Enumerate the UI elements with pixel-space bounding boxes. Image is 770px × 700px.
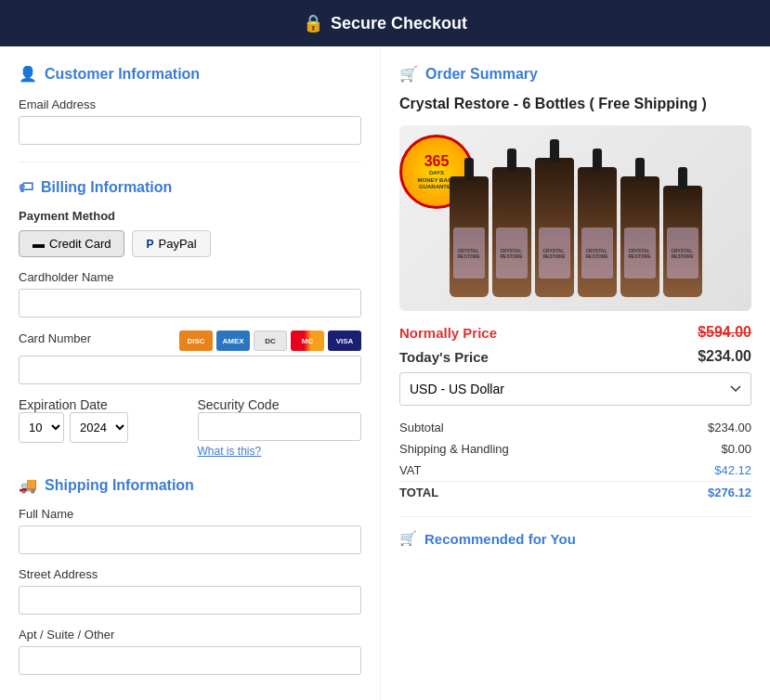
cardholder-group: Cardholder Name — [19, 270, 361, 318]
todays-price-row: Today's Price $234.00 — [399, 348, 751, 365]
discover-icon: DISC — [179, 331, 213, 351]
email-group: Email Address — [19, 97, 361, 145]
customer-section-title: 👤 Customer Information — [19, 65, 361, 83]
apt-label: Apt / Suite / Other — [19, 628, 361, 642]
card-number-group: Card Number DISC AMEX DC MC VISA — [19, 331, 361, 384]
recommended-section-title: 🛒 Recommended for You — [399, 516, 751, 547]
street-address-group: Street Address — [19, 567, 361, 615]
shipping-value: $0.00 — [651, 438, 751, 460]
expiry-month-select[interactable]: 10 01020304 05060708 091112 — [19, 412, 64, 443]
vat-label: VAT — [399, 460, 651, 482]
header-title: Secure Checkout — [331, 14, 467, 33]
mastercard-icon: MC — [291, 331, 324, 351]
bottle-3: CRYSTALRESTORE — [535, 158, 574, 297]
security-code-input[interactable] — [198, 412, 362, 441]
expiry-security-row: Expiration Date 10 01020304 05060708 091… — [19, 397, 361, 458]
normally-price-value: $594.00 — [698, 324, 751, 341]
bottle-1: CRYSTALRESTORE — [450, 176, 489, 297]
bottle-4: CRYSTALRESTORE — [578, 167, 617, 297]
bottle-5: CRYSTALRESTORE — [620, 176, 659, 297]
billing-section-title: 🏷 Billing Information — [19, 179, 361, 196]
product-title: Crystal Restore - 6 Bottles ( Free Shipp… — [399, 96, 751, 112]
shipping-row: Shipping & Handling $0.00 — [399, 438, 751, 460]
guarantee-days: 365 — [424, 152, 450, 170]
bottles-visual: CRYSTALRESTORE CRYSTALRESTORE CRYSTALRES… — [450, 139, 702, 297]
street-address-label: Street Address — [19, 567, 361, 581]
product-image: 365 DAYSMONEY BACKGUARANTEE CRYSTALRESTO… — [399, 125, 751, 311]
expiry-year-select[interactable]: 202420252026 2027202820292030 — [70, 412, 128, 443]
paypal-button[interactable]: P PayPal — [132, 230, 210, 257]
vat-value: $42.12 — [651, 460, 751, 482]
security-label: Security Code — [198, 397, 280, 412]
right-panel: 🛒 Order Summary Crystal Restore - 6 Bott… — [381, 46, 770, 700]
diners-icon: DC — [254, 331, 287, 351]
total-row: TOTAL $276.12 — [399, 482, 751, 504]
lock-icon: 🔒 — [303, 13, 323, 33]
card-number-label: Card Number — [19, 331, 91, 345]
card-number-input[interactable] — [19, 356, 361, 384]
subtotal-row: Subtotal $234.00 — [399, 417, 751, 438]
payment-buttons: ▬ Credit Card P PayPal — [19, 230, 361, 257]
checkout-header: 🔒 Secure Checkout — [0, 0, 770, 46]
order-summary-title: 🛒 Order Summary — [399, 65, 751, 83]
bottle-6: CRYSTALRESTORE — [663, 186, 702, 297]
street-address-input[interactable] — [19, 586, 361, 615]
credit-card-button[interactable]: ▬ Credit Card — [19, 230, 124, 257]
shipping-icon: 🚚 — [19, 476, 37, 494]
summary-table: Subtotal $234.00 Shipping & Handling $0.… — [399, 417, 751, 503]
order-cart-icon: 🛒 — [399, 65, 418, 83]
apt-input[interactable] — [19, 646, 361, 675]
divider-1 — [19, 162, 361, 162]
shipping-label: Shipping & Handling — [399, 438, 651, 460]
vat-row: VAT $42.12 — [399, 460, 751, 482]
payment-method-label: Payment Method — [19, 209, 361, 223]
normally-price-label: Normally Price — [399, 325, 497, 341]
what-is-this-link[interactable]: What is this? — [198, 445, 362, 458]
shipping-section-title: 🚚 Shipping Information — [19, 476, 361, 494]
full-name-group: Full Name — [19, 507, 361, 554]
amex-icon: AMEX — [216, 331, 250, 351]
paypal-label: PayPal — [158, 237, 196, 251]
subtotal-label: Subtotal — [399, 417, 651, 438]
security-group: Security Code What is this? — [198, 397, 362, 458]
apt-group: Apt / Suite / Other — [19, 628, 361, 675]
visa-icon: VISA — [328, 331, 361, 351]
todays-price-label: Today's Price — [399, 349, 489, 365]
normally-price-row: Normally Price $594.00 — [399, 324, 751, 341]
full-name-input[interactable] — [19, 525, 361, 554]
email-label: Email Address — [19, 97, 361, 111]
expiry-group: Expiration Date 10 01020304 05060708 091… — [19, 397, 183, 443]
customer-icon: 👤 — [19, 65, 37, 83]
bottle-2: CRYSTALRESTORE — [492, 167, 531, 297]
expiry-label: Expiration Date — [19, 397, 108, 412]
left-panel: 👤 Customer Information Email Address 🏷 B… — [0, 46, 381, 700]
card-icons: DISC AMEX DC MC VISA — [179, 331, 361, 351]
currency-select[interactable]: USD - US Dollar EUR - Euro GBP - British… — [399, 372, 751, 406]
todays-price-value: $234.00 — [698, 348, 751, 365]
email-input[interactable] — [19, 116, 361, 145]
paypal-icon: P — [146, 238, 153, 251]
cardholder-input[interactable] — [19, 289, 361, 318]
billing-icon: 🏷 — [19, 179, 33, 196]
subtotal-value: $234.00 — [651, 417, 751, 438]
full-name-label: Full Name — [19, 507, 361, 521]
expiry-selects: 10 01020304 05060708 091112 202420252026… — [19, 412, 183, 443]
total-label: TOTAL — [399, 482, 651, 504]
cardholder-label: Cardholder Name — [19, 270, 361, 284]
credit-card-label: Credit Card — [49, 237, 111, 251]
total-value: $276.12 — [651, 482, 751, 504]
recommended-icon: 🛒 — [399, 530, 417, 547]
credit-card-icon: ▬ — [33, 237, 45, 251]
